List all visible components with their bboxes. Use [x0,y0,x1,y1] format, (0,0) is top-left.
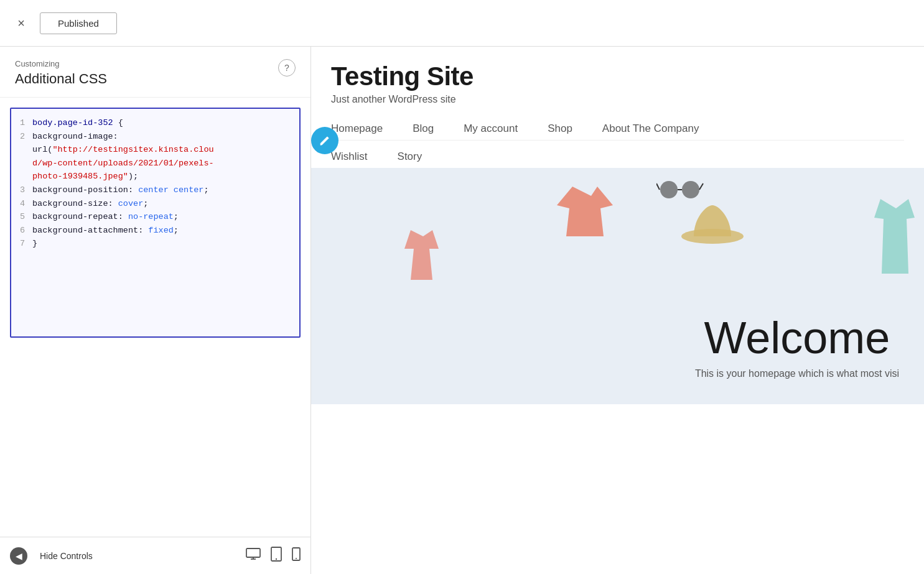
code-content: background-repeat: no-repeat; [32,210,294,224]
line-number: 4 [16,197,25,211]
svg-point-9 [682,181,699,198]
customizing-label: Customizing [15,59,107,68]
code-content: body.page-id-352 { [32,116,294,130]
code-content: background-image: [32,130,294,144]
top-bar: × Published [0,0,924,47]
svg-point-4 [276,558,277,560]
line-number: 5 [16,210,25,224]
right-preview: Testing Site Just another WordPress site… [311,47,924,574]
code-line-10: 7 } [16,237,294,251]
code-editor-wrapper: 1 body.page-id-352 { 2 background-image:… [0,98,310,537]
help-button[interactable]: ? [278,59,296,76]
code-line-9: 6 background-attachment: fixed; [16,224,294,238]
code-content: background-size: cover; [32,197,294,211]
code-line-2: 2 background-image: [16,130,294,144]
nav-shop[interactable]: Shop [548,123,572,135]
line-number [16,170,25,183]
nav-wishlist[interactable]: Wishlist [331,150,368,163]
nav-row-1: Homepage Blog My account Shop About The … [331,113,904,140]
prev-button[interactable]: ◀ [10,547,27,565]
panel-header: Customizing Additional CSS ? [0,47,310,98]
code-line-5: photo-1939485.jpeg"); [16,170,294,183]
line-number [16,157,25,170]
close-button[interactable]: × [10,12,32,34]
code-editor[interactable]: 1 body.page-id-352 { 2 background-image:… [10,108,301,338]
code-line-7: 4 background-size: cover; [16,197,294,211]
site-title: Testing Site [331,62,904,91]
additional-css-title: Additional CSS [15,71,107,87]
code-content: background-attachment: fixed; [32,224,294,238]
svg-line-11 [656,183,660,190]
code-line-8: 5 background-repeat: no-repeat; [16,210,294,224]
nav-my-account[interactable]: My account [464,123,518,135]
clothing-item-2 [554,180,628,245]
svg-line-12 [699,183,703,190]
code-content: photo-1939485.jpeg"); [32,170,294,183]
line-number: 7 [16,237,25,251]
code-content: background-position: center center; [32,183,294,197]
clothing-item-3 [678,199,747,251]
navigation-area: Homepage Blog My account Shop About The … [311,113,924,168]
device-buttons [246,547,301,565]
code-line-3: url("http://testingsitex.kinsta.clou [16,143,294,157]
code-content: url("http://testingsitex.kinsta.clou [32,143,294,157]
hide-controls-label: Hide Controls [40,551,93,561]
clothing-item-4 [656,168,706,208]
site-header: Testing Site Just another WordPress site [311,47,924,113]
bottom-bar: ◀ Hide Controls [0,537,310,574]
clothing-item-1 [398,218,460,295]
line-number: 1 [16,116,25,130]
welcome-title: Welcome [695,312,899,363]
hero-area: Welcome This is your homepage which is w… [311,168,924,404]
line-number: 2 [16,130,25,144]
code-line-1: 1 body.page-id-352 { [16,116,294,130]
nav-row-2: Wishlist Story [331,141,904,168]
edit-fab-button[interactable] [311,127,338,154]
tablet-button[interactable] [271,547,282,565]
site-tagline: Just another WordPress site [331,94,904,105]
line-number: 3 [16,183,25,197]
line-number [16,143,25,157]
hero-subtitle: This is your homepage which is what most… [695,368,899,379]
svg-point-8 [660,181,678,198]
hero-content: Welcome This is your homepage which is w… [695,312,899,379]
desktop-button[interactable] [246,547,261,565]
published-button[interactable]: Published [40,12,117,34]
code-line-4: d/wp-content/uploads/2021/01/pexels- [16,157,294,170]
svg-point-6 [296,558,297,559]
nav-story[interactable]: Story [398,150,422,163]
nav-blog[interactable]: Blog [413,123,434,135]
mobile-button[interactable] [292,547,301,565]
code-line-6: 3 background-position: center center; [16,183,294,197]
code-content: d/wp-content/uploads/2021/01/pexels- [32,157,294,170]
code-content: } [32,237,294,251]
svg-point-7 [681,229,744,244]
left-panel: ‹ Customizing Additional CSS ? 1 body.pa… [0,47,311,574]
main-layout: ‹ Customizing Additional CSS ? 1 body.pa… [0,47,924,574]
clothing-item-5 [874,199,924,282]
line-number: 6 [16,224,25,238]
nav-homepage[interactable]: Homepage [331,123,383,135]
panel-header-text: Customizing Additional CSS [15,59,107,87]
nav-about[interactable]: About The Company [602,123,699,135]
svg-rect-0 [246,549,260,557]
